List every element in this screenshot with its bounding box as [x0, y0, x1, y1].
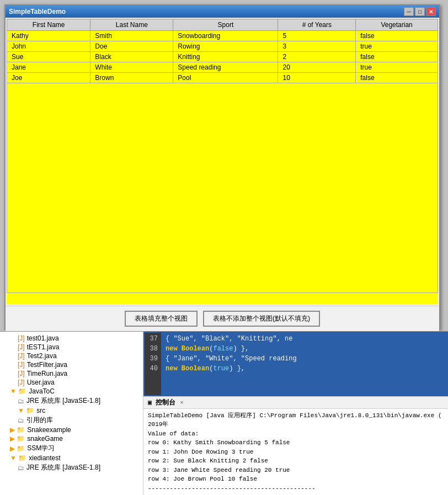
col-vegetarian[interactable]: Vegetarian: [356, 19, 438, 31]
tree-label-7: JRE 系统库 [JavaSE-1.8]: [26, 396, 100, 406]
tree-label-4: TimeRun.java: [27, 370, 68, 377]
console-row-2: row 2: Sue Black Knitting 2 false: [148, 456, 444, 466]
java-icon-3: [J]: [18, 361, 25, 369]
tree-item-7[interactable]: 🗂JRE 系统库 [JavaSE-1.8]: [0, 396, 143, 406]
table-row[interactable]: JohnDoeRowing3true: [7, 41, 438, 52]
line-number: 40: [148, 364, 158, 374]
table-body: KathySmithSnowboarding5falseJohnDoeRowin…: [7, 31, 438, 83]
tree-label-0: test01.java: [27, 334, 59, 342]
lib-icon-7: 🗂: [18, 397, 24, 405]
cell-r3-c2: Speed reading: [173, 62, 278, 73]
tree-label-12: SSM学习: [27, 444, 55, 453]
minimize-button[interactable]: ─: [404, 7, 414, 16]
tree-item-2[interactable]: [J]Test2.java: [0, 352, 143, 360]
tree-item-11[interactable]: ▶ 📁snakeGame: [0, 434, 143, 443]
console-value-label: Value of data:: [148, 429, 444, 439]
console-icon: ▣: [148, 399, 156, 407]
tree-item-1[interactable]: [J]tEST1.java: [0, 343, 143, 352]
tree-item-13[interactable]: ▼ 📁xiediantest: [0, 454, 143, 462]
cell-r0-c1: Smith: [90, 31, 173, 41]
cell-r0-c4: false: [356, 31, 438, 41]
folder-open-icon-8: ▼ 📁: [18, 407, 34, 414]
cell-r1-c2: Rowing: [173, 41, 278, 52]
cell-r1-c0: John: [7, 41, 90, 52]
line-number: 37: [148, 334, 158, 344]
cell-r4-c0: Joe: [7, 73, 90, 83]
folder-open-icon-13: ▼ 📁: [10, 454, 26, 462]
close-button[interactable]: ✕: [426, 7, 436, 16]
tree-item-3[interactable]: [J]TestFilter.java: [0, 360, 143, 369]
line-numbers: 37383940: [145, 333, 161, 395]
nofill-button[interactable]: 表格不添加整个视图(默认不填充): [203, 311, 320, 327]
console-path-line: SimpleTableDemo [Java 应用程序] C:\Program F…: [148, 411, 444, 429]
table-row[interactable]: KathySmithSnowboarding5false: [7, 31, 438, 41]
tree-item-14[interactable]: 🗂JRE 系统库 [JavaSE-1.8]: [0, 462, 143, 473]
tree-item-12[interactable]: ▶ 📁SSM学习: [0, 443, 143, 454]
fill-button[interactable]: 表格填充整个视图: [125, 311, 198, 327]
tree-item-10[interactable]: ▶ 📁Snakeexample: [0, 425, 143, 434]
console-rows: row 0: Kathy Smith Snowboarding 5 falser…: [148, 438, 444, 484]
col-years[interactable]: # of Years: [278, 19, 356, 31]
tree-label-6: JavaToC: [29, 387, 55, 395]
title-bar-buttons: ─ □ ✕: [404, 7, 436, 16]
tree-label-5: User.java: [27, 379, 55, 386]
cell-r4-c1: Brown: [90, 73, 173, 83]
java-icon-2: [J]: [18, 352, 25, 360]
cell-r2-c0: Sue: [7, 52, 90, 62]
console-separator: ----------------------------------------…: [148, 484, 444, 493]
table-container: First Name Last Name Sport # of Years Ve…: [7, 19, 438, 305]
tree-item-9[interactable]: 🗂引用的库: [0, 415, 143, 425]
table-row[interactable]: SueBlackKnitting2false: [7, 52, 438, 62]
console-header: ▣ 控制台 ✕: [143, 397, 448, 409]
cell-r0-c2: Snowboarding: [173, 31, 278, 41]
code-line: { "Jane", "White", "Speed reading: [166, 354, 297, 364]
cell-r2-c3: 2: [278, 52, 356, 62]
tree-label-1: tEST1.java: [27, 343, 60, 351]
col-first-name[interactable]: First Name: [7, 19, 90, 31]
file-tree: [J]test01.java[J]tEST1.java[J]Test2.java…: [0, 332, 143, 495]
cell-r4-c3: 10: [278, 73, 356, 83]
table-row[interactable]: JaneWhiteSpeed reading20true: [7, 62, 438, 73]
button-bar: 表格填充整个视图 表格不添加整个视图(默认不填充): [6, 306, 439, 331]
cell-r0-c0: Kathy: [7, 31, 90, 41]
table-row[interactable]: JoeBrownPool10false: [7, 73, 438, 83]
lib-icon-14: 🗂: [18, 464, 24, 472]
code-line: new Boolean(true) },: [166, 364, 297, 374]
code-line: new Boolean(false) },: [166, 344, 297, 354]
cell-r1-c3: 3: [278, 41, 356, 52]
code-area: 37383940 { "Sue", "Black", "Knitting", n…: [143, 332, 448, 396]
console-tab-label[interactable]: ▣ 控制台: [148, 398, 175, 407]
cell-r0-c3: 5: [278, 31, 356, 41]
main-window: SimpleTableDemo ─ □ ✕ First Name Last Na…: [4, 4, 440, 330]
tree-label-9: 引用的库: [26, 416, 53, 425]
java-icon-4: [J]: [18, 370, 25, 377]
tree-label-10: Snakeexample: [27, 426, 71, 434]
folder-closed-icon-12: ▶ 📁: [10, 445, 25, 453]
java-icon-5: [J]: [18, 379, 25, 386]
cell-r2-c4: false: [356, 52, 438, 62]
maximize-button[interactable]: □: [415, 7, 425, 16]
tree-item-4[interactable]: [J]TimeRun.java: [0, 369, 143, 378]
col-last-name[interactable]: Last Name: [90, 19, 173, 31]
code-content: { "Sue", "Black", "Knitting", ne new Boo…: [161, 333, 301, 395]
tree-label-8: src: [36, 407, 45, 414]
cell-r4-c4: false: [356, 73, 438, 83]
cell-r1-c4: true: [356, 41, 438, 52]
col-sport[interactable]: Sport: [173, 19, 278, 31]
cell-r3-c3: 20: [278, 62, 356, 73]
folder-closed-icon-10: ▶ 📁: [10, 426, 25, 434]
folder-closed-icon-11: ▶ 📁: [10, 435, 25, 443]
console-area: ▣ 控制台 ✕ SimpleTableDemo [Java 应用程序] C:\P…: [143, 396, 448, 496]
ide-panel: [J]test01.java[J]tEST1.java[J]Test2.java…: [0, 331, 448, 495]
tree-item-8[interactable]: ▼ 📁src: [0, 406, 143, 415]
tree-item-0[interactable]: [J]test01.java: [0, 334, 143, 343]
console-row-1: row 1: John Doe Rowing 3 true: [148, 448, 444, 457]
line-number: 39: [148, 354, 158, 364]
cell-r2-c1: Black: [90, 52, 173, 62]
cell-r4-c2: Pool: [173, 73, 278, 83]
java-icon-0: [J]: [18, 334, 25, 342]
console-close-button[interactable]: ✕: [180, 399, 183, 406]
tree-label-2: Test2.java: [27, 352, 57, 360]
tree-item-6[interactable]: ▼ 📁JavaToC: [0, 387, 143, 396]
tree-item-5[interactable]: [J]User.java: [0, 378, 143, 387]
